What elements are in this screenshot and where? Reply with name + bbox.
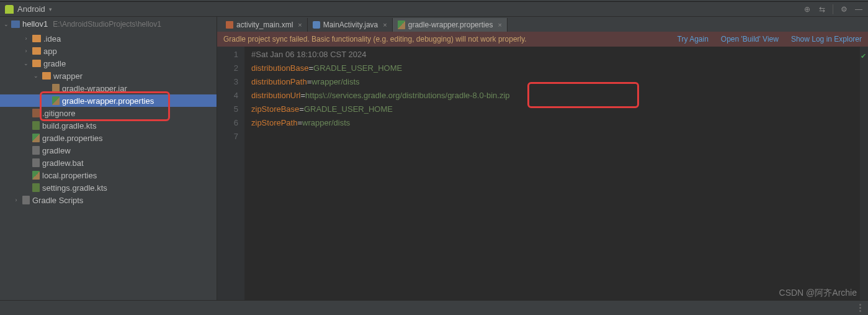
- project-sidebar[interactable]: ⌄ hellov1 E:\AndroidStudioProjects\hello…: [0, 17, 217, 300]
- kts-icon: [32, 121, 40, 130]
- kts-icon: [32, 183, 40, 192]
- file-icon: [32, 146, 40, 155]
- chevron-icon[interactable]: ⌄: [32, 73, 40, 79]
- line-number: 2: [217, 62, 238, 75]
- target-icon[interactable]: ⊕: [803, 5, 812, 14]
- tab-label: MainActivity.java: [323, 21, 378, 29]
- tree-item-settings-gradle-kts[interactable]: settings.gradle.kts: [0, 181, 217, 194]
- folder-icon: [32, 47, 41, 55]
- project-root[interactable]: ⌄ hellov1 E:\AndroidStudioProjects\hello…: [0, 17, 217, 31]
- gear-icon[interactable]: ⚙: [839, 5, 848, 14]
- tree-item-label: app: [43, 47, 57, 56]
- tree-item-gradle[interactable]: ⌄gradle: [0, 57, 217, 70]
- status-bar: [0, 300, 868, 315]
- line-number: 1: [217, 48, 238, 62]
- props-icon: [32, 171, 40, 180]
- file-icon: [32, 158, 40, 167]
- tab-gradle-wrapper-properties[interactable]: gradle-wrapper.properties×: [393, 18, 508, 32]
- props-icon: [32, 134, 40, 142]
- tab-activity-main-xml[interactable]: activity_main.xml×: [221, 18, 308, 32]
- git-icon: [32, 109, 40, 117]
- tree-item-build-gradle-kts[interactable]: build.gradle.kts: [0, 119, 217, 132]
- xml-icon: [226, 21, 233, 29]
- tree-item-gradlew-bat[interactable]: gradlew.bat: [0, 157, 217, 169]
- sync-message: Gradle project sync failed. Basic functi…: [223, 35, 527, 43]
- line-number: 4: [217, 89, 238, 103]
- project-name: hellov1: [22, 19, 48, 29]
- code-editor[interactable]: 1234567 #Sat Jan 06 18:10:08 CST 2024 di…: [217, 47, 868, 300]
- chevron-icon[interactable]: ›: [12, 197, 20, 203]
- line-number: 3: [217, 75, 238, 89]
- check-icon: ✔: [861, 49, 866, 63]
- module-icon: [11, 21, 20, 28]
- menu-icon[interactable]: [859, 304, 862, 312]
- tab-mainactivity-java[interactable]: MainActivity.java×: [308, 18, 393, 32]
- android-icon: [5, 5, 14, 14]
- folder-icon: [32, 35, 41, 42]
- project-toolbar: Android ▾ ⊕ ⇆ ⚙ —: [0, 2, 868, 17]
- error-stripe[interactable]: ✔: [859, 47, 868, 300]
- line-number: 5: [217, 103, 238, 116]
- file-icon: [22, 196, 30, 204]
- project-path: E:\AndroidStudioProjects\hellov1: [53, 20, 161, 29]
- expand-icon[interactable]: ⇆: [818, 5, 826, 14]
- close-icon[interactable]: ×: [498, 21, 501, 29]
- close-icon[interactable]: ×: [298, 21, 302, 29]
- code-area[interactable]: #Sat Jan 06 18:10:08 CST 2024 distributi…: [245, 47, 859, 300]
- highlight-box-tree: [40, 91, 170, 121]
- tree-item-label: gradlew.bat: [42, 158, 84, 168]
- tree-item-label: Gradle Scripts: [32, 196, 83, 205]
- props-icon: [398, 21, 405, 29]
- divider: [833, 4, 833, 14]
- java-icon: [313, 21, 320, 29]
- folder-icon: [42, 72, 51, 80]
- tree-item-label: gradle.properties: [42, 134, 103, 143]
- line-number: 7: [217, 130, 238, 144]
- tree-item-label: local.properties: [42, 171, 97, 180]
- line-gutter: 1234567: [217, 47, 245, 300]
- tree-item-gradle-properties[interactable]: gradle.properties: [0, 132, 217, 144]
- code-comment: #Sat Jan 06 18:10:08 CST 2024: [251, 50, 367, 59]
- chevron-down-icon[interactable]: ⌄: [4, 21, 9, 27]
- close-icon[interactable]: ×: [383, 21, 387, 29]
- tree-item-gradlew[interactable]: gradlew: [0, 144, 217, 157]
- line-number: 6: [217, 116, 238, 130]
- hide-icon[interactable]: —: [854, 5, 863, 14]
- sync-failure-bar: Gradle project sync failed. Basic functi…: [217, 32, 868, 47]
- folder-icon: [32, 60, 41, 67]
- tree-item-local-properties[interactable]: local.properties: [0, 169, 217, 181]
- tree-item-label: gradlew: [42, 146, 71, 155]
- show-log-link[interactable]: Show Log in Explorer: [791, 35, 862, 43]
- tree-item--idea[interactable]: ›.idea: [0, 32, 217, 45]
- tree-item-app[interactable]: ›app: [0, 45, 217, 57]
- tree-item-label: gradle: [43, 59, 66, 68]
- try-again-link[interactable]: Try Again: [678, 35, 709, 43]
- chevron-down-icon[interactable]: ▾: [49, 6, 52, 12]
- tree-item-label: .idea: [43, 34, 61, 43]
- tab-label: activity_main.xml: [236, 21, 293, 29]
- tree-item-label: wrapper: [53, 71, 83, 81]
- open-build-link[interactable]: Open 'Build' View: [721, 35, 779, 43]
- editor-tabs: activity_main.xml×MainActivity.java×grad…: [217, 17, 868, 32]
- tree-item-label: build.gradle.kts: [42, 121, 96, 130]
- chevron-icon[interactable]: ⌄: [22, 60, 30, 66]
- tree-item-wrapper[interactable]: ⌄wrapper: [0, 70, 217, 82]
- highlight-box-code: [527, 82, 639, 108]
- tab-label: gradle-wrapper.properties: [408, 21, 493, 29]
- chevron-icon[interactable]: ›: [22, 48, 30, 54]
- view-selector-label[interactable]: Android: [17, 4, 45, 14]
- tree-item-gradle-scripts[interactable]: ›Gradle Scripts: [0, 194, 217, 206]
- chevron-icon[interactable]: ›: [22, 35, 30, 42]
- tree-item-label: settings.gradle.kts: [42, 183, 107, 193]
